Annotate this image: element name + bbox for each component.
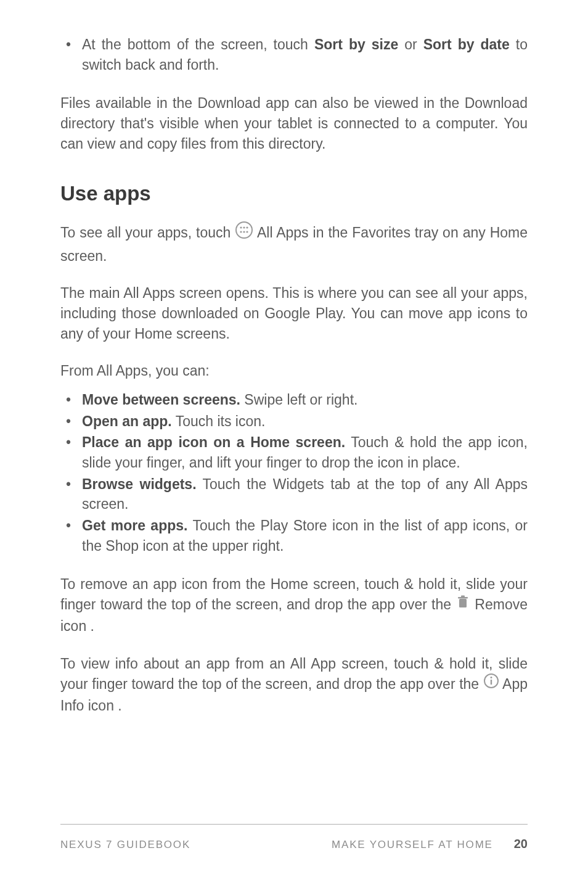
bold-text: Browse widgets. <box>82 476 197 492</box>
paragraph: To see all your apps, touch All Apps in … <box>60 222 528 266</box>
list-item: At the bottom of the screen, touch Sort … <box>60 35 528 75</box>
text: Touch its icon. <box>172 413 266 429</box>
page-footer: NEXUS 7 GUIDEBOOK MAKE YOURSELF AT HOME … <box>60 824 528 851</box>
paragraph: Files available in the Download app can … <box>60 93 528 154</box>
svg-rect-11 <box>491 680 492 685</box>
text: To see all your apps, touch <box>60 225 235 241</box>
bold-text: Place an app icon on a Home screen. <box>82 434 345 450</box>
svg-point-2 <box>243 227 245 229</box>
actions-list: Move between screens. Swipe left or righ… <box>60 390 528 556</box>
svg-point-6 <box>247 231 248 233</box>
all-apps-icon <box>235 221 253 245</box>
svg-point-0 <box>236 222 252 238</box>
svg-point-5 <box>243 231 245 233</box>
bold-text: Move between screens. <box>82 392 240 408</box>
info-icon <box>483 673 499 694</box>
svg-point-12 <box>490 677 492 678</box>
svg-point-1 <box>240 227 242 229</box>
top-bullet-list: At the bottom of the screen, touch Sort … <box>60 35 528 75</box>
footer-section-title: MAKE YOURSELF AT HOME <box>332 839 493 851</box>
text: To view info about an app from an All Ap… <box>60 656 528 692</box>
trash-icon <box>455 594 470 615</box>
list-item: Get more apps. Touch the Play Store icon… <box>60 516 528 556</box>
svg-rect-9 <box>461 595 465 597</box>
paragraph: To remove an app icon from the Home scre… <box>60 574 528 636</box>
bold-text: Open an app. <box>82 413 172 429</box>
bold-text: Sort by size <box>314 36 398 52</box>
svg-point-3 <box>247 227 248 229</box>
footer-divider <box>60 824 528 825</box>
page-content: At the bottom of the screen, touch Sort … <box>60 35 528 715</box>
list-item: Place an app icon on a Home screen. Touc… <box>60 432 528 472</box>
text: or <box>398 36 423 52</box>
section-heading: Use apps <box>60 179 528 208</box>
list-item: Move between screens. Swipe left or righ… <box>60 390 528 410</box>
bold-text: Get more apps. <box>82 517 187 533</box>
svg-point-4 <box>240 231 242 233</box>
text: At the bottom of the screen, touch <box>82 36 314 52</box>
svg-rect-7 <box>459 599 467 607</box>
paragraph: To view info about an app from an All Ap… <box>60 654 528 716</box>
paragraph: The main All Apps screen opens. This is … <box>60 283 528 344</box>
list-item: Browse widgets. Touch the Widgets tab at… <box>60 474 528 514</box>
text: Swipe left or right. <box>240 392 357 408</box>
list-item: Open an app. Touch its icon. <box>60 411 528 432</box>
paragraph: From All Apps, you can: <box>60 361 528 381</box>
footer-book-title: NEXUS 7 GUIDEBOOK <box>60 839 190 851</box>
page-number: 20 <box>514 837 528 851</box>
bold-text: Sort by date <box>423 36 510 52</box>
